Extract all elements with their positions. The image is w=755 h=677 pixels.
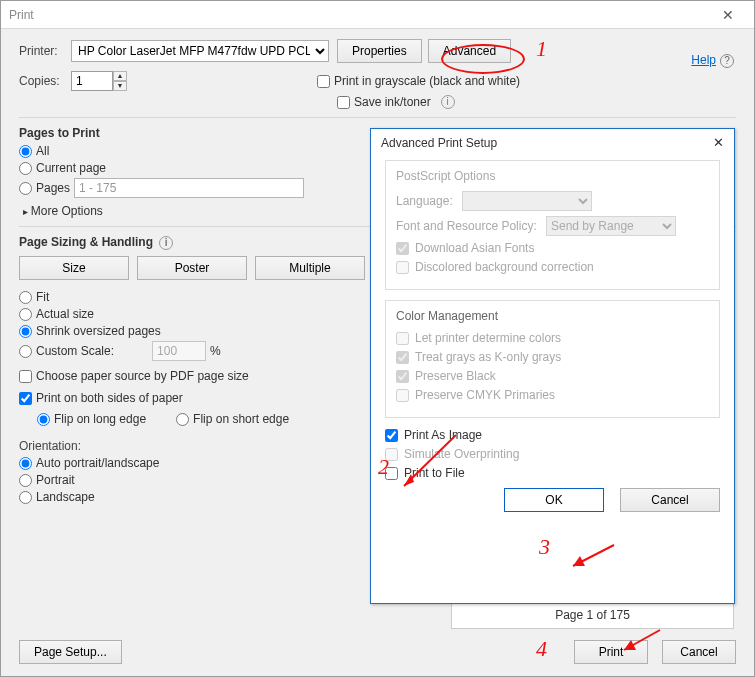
- preserve-black-checkbox: [396, 370, 409, 383]
- custom-scale-input[interactable]: [152, 341, 206, 361]
- ps-language-select: [462, 191, 592, 211]
- properties-button[interactable]: Properties: [337, 39, 422, 63]
- size-button[interactable]: Size: [19, 256, 129, 280]
- advanced-button[interactable]: Advanced: [428, 39, 511, 63]
- radio-pages[interactable]: [19, 182, 32, 195]
- printer-select[interactable]: HP Color LaserJet MFP M477fdw UPD PCL 6: [71, 40, 329, 62]
- multiple-button[interactable]: Multiple: [255, 256, 365, 280]
- title-bar: Print ✕: [1, 1, 754, 29]
- radio-custom[interactable]: [19, 345, 32, 358]
- radio-flip-short[interactable]: [176, 413, 189, 426]
- print-as-image-checkbox[interactable]: [385, 429, 398, 442]
- copies-down[interactable]: ▼: [113, 81, 127, 91]
- window-title: Print: [9, 8, 34, 22]
- copies-input[interactable]: [71, 71, 113, 91]
- help-icon: ?: [720, 54, 734, 68]
- duplex-checkbox[interactable]: [19, 392, 32, 405]
- postscript-title: PostScript Options: [396, 169, 709, 183]
- radio-landscape[interactable]: [19, 491, 32, 504]
- info-icon: i: [441, 95, 455, 109]
- cancel-button[interactable]: Cancel: [662, 640, 736, 664]
- modal-title: Advanced Print Setup: [381, 136, 497, 150]
- print-button[interactable]: Print: [574, 640, 648, 664]
- page-setup-button[interactable]: Page Setup...: [19, 640, 122, 664]
- font-policy-select: Send by Range: [546, 216, 676, 236]
- close-icon[interactable]: ✕: [710, 7, 746, 23]
- copies-label: Copies:: [19, 74, 71, 88]
- saveink-checkbox[interactable]: [337, 96, 350, 109]
- treat-grays-checkbox: [396, 351, 409, 364]
- simulate-overprint-checkbox: [385, 448, 398, 461]
- page-status: Page 1 of 175: [451, 601, 734, 629]
- printer-label: Printer:: [19, 44, 71, 58]
- copies-up[interactable]: ▲: [113, 71, 127, 81]
- help-link[interactable]: Help?: [691, 53, 734, 68]
- saveink-label: Save ink/toner: [354, 95, 431, 109]
- modal-close-icon[interactable]: ✕: [713, 135, 724, 150]
- discolored-checkbox: [396, 261, 409, 274]
- radio-current[interactable]: [19, 162, 32, 175]
- pages-range-input[interactable]: [74, 178, 304, 198]
- grayscale-checkbox[interactable]: [317, 75, 330, 88]
- grayscale-label: Print in grayscale (black and white): [334, 74, 520, 88]
- advanced-print-setup-dialog: Advanced Print Setup ✕ PostScript Option…: [370, 128, 735, 604]
- radio-actual[interactable]: [19, 308, 32, 321]
- poster-button[interactable]: Poster: [137, 256, 247, 280]
- let-printer-checkbox: [396, 332, 409, 345]
- info-icon: i: [159, 236, 173, 250]
- print-to-file-checkbox[interactable]: [385, 467, 398, 480]
- modal-cancel-button[interactable]: Cancel: [620, 488, 720, 512]
- choose-source-checkbox[interactable]: [19, 370, 32, 383]
- radio-fit[interactable]: [19, 291, 32, 304]
- radio-portrait[interactable]: [19, 474, 32, 487]
- radio-all[interactable]: [19, 145, 32, 158]
- color-mgmt-title: Color Management: [396, 309, 709, 323]
- modal-ok-button[interactable]: OK: [504, 488, 604, 512]
- radio-shrink[interactable]: [19, 325, 32, 338]
- asian-fonts-checkbox: [396, 242, 409, 255]
- radio-flip-long[interactable]: [37, 413, 50, 426]
- preserve-cmyk-checkbox: [396, 389, 409, 402]
- radio-auto-orient[interactable]: [19, 457, 32, 470]
